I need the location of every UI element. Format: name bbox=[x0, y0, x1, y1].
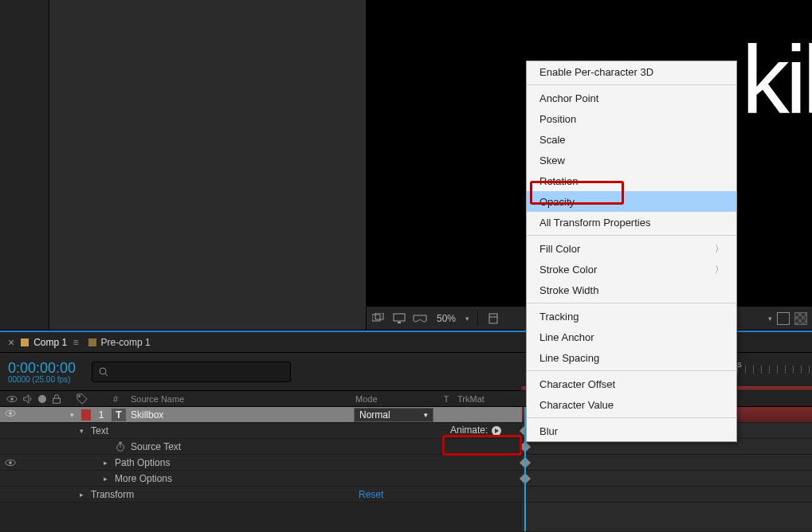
frame-rate: 00000 (25.00 fps) bbox=[8, 375, 76, 384]
menu-skew[interactable]: Skew bbox=[527, 150, 736, 170]
tab-label: Pre-comp 1 bbox=[101, 337, 151, 348]
lock-column-icon[interactable] bbox=[51, 393, 62, 405]
menu-character-value[interactable]: Character Value bbox=[527, 394, 736, 415]
menu-anchor-point[interactable]: Anchor Point bbox=[527, 88, 736, 108]
submenu-arrow-icon: 〉 bbox=[715, 243, 724, 255]
prop-label: Source Text bbox=[131, 441, 181, 452]
audio-column-icon[interactable] bbox=[22, 393, 33, 405]
label-column-icon[interactable] bbox=[76, 393, 88, 405]
visibility-toggle-icon[interactable] bbox=[5, 408, 16, 419]
layer-name[interactable]: Skillbox bbox=[131, 409, 354, 421]
svg-rect-3 bbox=[398, 322, 401, 323]
animate-context-menu: Enable Per-character 3D Anchor Point Pos… bbox=[526, 61, 737, 442]
menu-fill-color[interactable]: Fill Color〉 bbox=[527, 238, 736, 259]
prop-more-options[interactable]: ▸ More Options bbox=[0, 471, 522, 487]
svg-rect-4 bbox=[489, 314, 497, 323]
layer-twirl-icon[interactable]: ▾ bbox=[70, 411, 81, 419]
menu-scale[interactable]: Scale bbox=[527, 129, 736, 150]
menu-stroke-color[interactable]: Stroke Color〉 bbox=[527, 259, 736, 280]
twirl-icon[interactable]: ▸ bbox=[104, 459, 115, 467]
view-dropdown-icon[interactable]: ▾ bbox=[768, 315, 772, 323]
svg-rect-2 bbox=[394, 314, 405, 321]
svg-rect-19 bbox=[119, 441, 122, 443]
submenu-arrow-icon: 〉 bbox=[715, 264, 724, 276]
app-root: kil 50% ▾ ▾ bbox=[0, 0, 812, 532]
tab-precomp1[interactable]: Pre-comp 1 bbox=[88, 337, 151, 348]
prop-text[interactable]: ▾ Text Animate: bbox=[0, 423, 522, 439]
svg-line-7 bbox=[105, 374, 108, 376]
prop-transform[interactable]: ▸ Transform Reset bbox=[0, 487, 522, 503]
timecode-block[interactable]: 0:00:00:00 00000 (25.00 fps) bbox=[8, 360, 76, 384]
prop-label: Text bbox=[91, 425, 108, 436]
track-row bbox=[522, 487, 812, 503]
col-mode: Mode bbox=[351, 394, 438, 404]
svg-point-16 bbox=[9, 412, 12, 415]
prop-path-options[interactable]: ▸ Path Options bbox=[0, 455, 522, 471]
preview-text: kil bbox=[742, 24, 812, 134]
layer-color-swatch[interactable] bbox=[81, 409, 91, 421]
twirl-icon[interactable]: ▸ bbox=[104, 475, 115, 483]
layer-row-skillbox[interactable]: ▾ 1 T Skillbox Normal ▾ bbox=[0, 407, 522, 423]
prop-label: Transform bbox=[91, 489, 134, 500]
col-number: # bbox=[104, 394, 127, 404]
menu-tracking[interactable]: Tracking bbox=[527, 306, 736, 327]
stopwatch-icon[interactable] bbox=[115, 441, 126, 452]
twirl-icon[interactable]: ▸ bbox=[80, 491, 91, 499]
search-icon bbox=[99, 367, 108, 377]
close-panel-icon[interactable]: × bbox=[8, 336, 14, 349]
col-source-name[interactable]: Source Name bbox=[127, 394, 351, 404]
current-time[interactable]: 0:00:00:00 bbox=[8, 360, 76, 377]
blend-mode-dropdown[interactable]: Normal ▾ bbox=[354, 408, 433, 422]
visibility-toggle-icon[interactable] bbox=[5, 457, 16, 468]
svg-rect-13 bbox=[53, 398, 61, 403]
text-layer-icon: T bbox=[112, 409, 126, 421]
track-row bbox=[522, 455, 812, 471]
prop-label: Path Options bbox=[115, 457, 170, 468]
menu-line-spacing[interactable]: Line Spacing bbox=[527, 347, 736, 368]
safe-zones-icon[interactable] bbox=[777, 312, 790, 325]
svg-point-6 bbox=[100, 368, 106, 374]
prop-source-text[interactable]: Source Text bbox=[0, 439, 522, 455]
tab-comp1[interactable]: Comp 1 ≡ bbox=[21, 337, 76, 348]
menu-rotation[interactable]: Rotation bbox=[527, 170, 736, 191]
middle-empty-panel bbox=[49, 0, 367, 330]
zoom-level[interactable]: 50% bbox=[437, 313, 456, 324]
svg-point-12 bbox=[10, 397, 14, 401]
layer-rows-left: ▾ 1 T Skillbox Normal ▾ ▾ Text bbox=[0, 407, 522, 531]
menu-character-offset[interactable]: Character Offset bbox=[527, 374, 736, 394]
prop-label: More Options bbox=[115, 473, 172, 484]
menu-stroke-width[interactable]: Stroke Width bbox=[527, 280, 736, 300]
menu-opacity[interactable]: Opacity bbox=[527, 191, 736, 212]
zoom-dropdown-icon[interactable]: ▾ bbox=[465, 315, 469, 323]
project-panel-strip bbox=[0, 0, 49, 330]
reset-button[interactable]: Reset bbox=[359, 489, 383, 500]
blend-mode-value: Normal bbox=[359, 409, 390, 421]
screens-icon[interactable] bbox=[371, 312, 386, 325]
svg-rect-0 bbox=[372, 315, 380, 321]
resolution-icon[interactable] bbox=[486, 312, 500, 325]
twirl-icon[interactable]: ▾ bbox=[80, 427, 91, 435]
transparency-grid-icon[interactable] bbox=[794, 312, 807, 325]
solo-column-icon[interactable] bbox=[38, 395, 46, 403]
menu-blur[interactable]: Blur bbox=[527, 421, 736, 441]
layer-search-input[interactable] bbox=[92, 362, 291, 382]
track-row bbox=[522, 471, 812, 487]
panel-menu-icon[interactable]: ≡ bbox=[73, 337, 77, 348]
menu-line-anchor[interactable]: Line Anchor bbox=[527, 327, 736, 347]
chevron-down-icon: ▾ bbox=[424, 411, 428, 419]
menu-enable-per-char-3d[interactable]: Enable Per-character 3D bbox=[527, 61, 736, 82]
flyout-arrow-icon bbox=[491, 425, 502, 436]
visibility-column-icon[interactable] bbox=[6, 393, 18, 405]
comp-icon bbox=[21, 338, 29, 346]
monitor-icon[interactable] bbox=[392, 312, 406, 325]
menu-position[interactable]: Position bbox=[527, 108, 736, 129]
menu-all-transform[interactable]: All Transform Properties bbox=[527, 212, 736, 233]
svg-point-22 bbox=[9, 461, 12, 464]
col-trkmat: TrkMat bbox=[454, 394, 518, 404]
col-t: T bbox=[438, 394, 454, 404]
svg-rect-1 bbox=[375, 313, 383, 319]
mask-goggles-icon[interactable] bbox=[413, 312, 427, 325]
animate-flyout-button[interactable]: Animate: bbox=[450, 424, 502, 436]
tab-label: Comp 1 bbox=[33, 337, 67, 348]
svg-point-14 bbox=[78, 395, 80, 397]
